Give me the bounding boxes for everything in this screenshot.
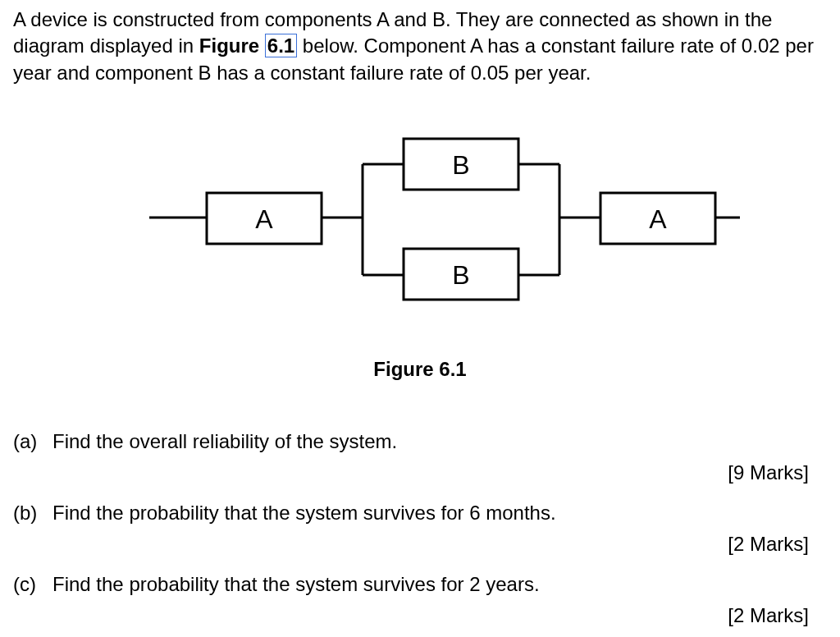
- question-list: (a) Find the overall reliability of the …: [13, 428, 827, 629]
- figure-caption: Figure 6.1: [13, 356, 827, 383]
- block-a-right-label: A: [649, 204, 667, 234]
- reliability-diagram: A B B A Figure 6.1: [13, 119, 827, 383]
- figure-word: Figure: [199, 34, 265, 57]
- question-a-text: Find the overall reliability of the syst…: [52, 428, 827, 455]
- block-b-top-label: B: [452, 150, 469, 180]
- block-b-bottom-label: B: [452, 260, 469, 290]
- question-b-text: Find the probability that the system sur…: [52, 500, 827, 526]
- block-a-left-label: A: [255, 204, 273, 234]
- block-diagram-svg: A B B A: [100, 119, 740, 316]
- question-b-marks: [2 Marks]: [13, 531, 827, 557]
- question-a: (a) Find the overall reliability of the …: [13, 428, 827, 455]
- question-c-text: Find the probability that the system sur…: [52, 571, 827, 598]
- question-b: (b) Find the probability that the system…: [13, 500, 827, 526]
- problem-intro: A device is constructed from components …: [13, 7, 827, 86]
- question-a-label: (a): [13, 428, 52, 455]
- question-a-marks: [9 Marks]: [13, 460, 827, 486]
- question-c-marks: [2 Marks]: [13, 603, 827, 629]
- question-c-label: (c): [13, 571, 52, 598]
- question-c: (c) Find the probability that the system…: [13, 571, 827, 598]
- question-b-label: (b): [13, 500, 52, 526]
- figure-ref-link: 6.1: [265, 34, 297, 57]
